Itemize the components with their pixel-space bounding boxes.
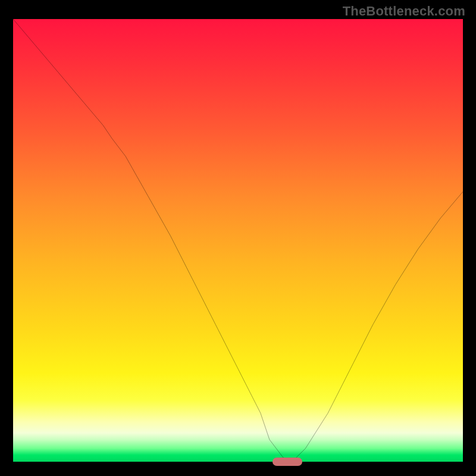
watermark-text: TheBottleneck.com: [343, 4, 465, 19]
chart-frame: TheBottleneck.com: [0, 0, 476, 476]
bottleneck-curve: [13, 19, 463, 462]
curve-path: [13, 19, 463, 462]
optimum-marker: [273, 458, 302, 466]
plot-area: [13, 19, 463, 462]
